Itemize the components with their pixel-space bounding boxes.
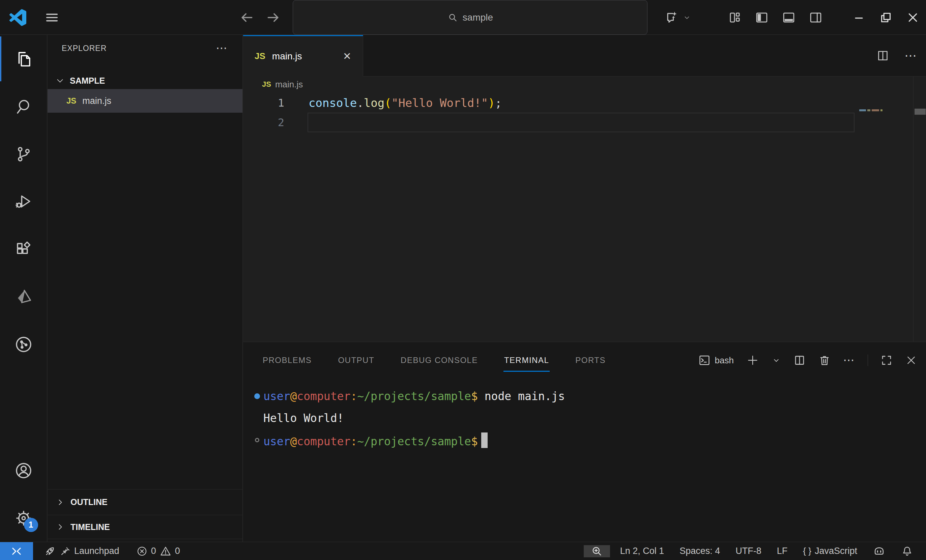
- close-panel-icon[interactable]: [905, 354, 917, 366]
- explorer-more-icon[interactable]: ⋯: [216, 46, 228, 51]
- terminal[interactable]: user@computer:~/projects/sample$ node ma…: [243, 378, 926, 451]
- problems-status[interactable]: 0 0: [131, 545, 186, 557]
- breadcrumb[interactable]: JS main.js: [243, 76, 926, 92]
- close-tab-icon[interactable]: ✕: [343, 50, 351, 62]
- minimap[interactable]: [859, 109, 882, 111]
- error-icon: [136, 545, 148, 557]
- warning-count: 0: [175, 546, 180, 556]
- explorer-title: EXPLORER: [62, 44, 107, 53]
- chevron-right-icon: [56, 498, 65, 507]
- forward-arrow-icon[interactable]: [262, 0, 284, 35]
- folder-name: SAMPLE: [70, 76, 105, 86]
- terminal-dropdown-icon[interactable]: [772, 356, 781, 365]
- menu-icon[interactable]: [41, 0, 63, 35]
- command-center-search[interactable]: sample: [293, 0, 648, 35]
- status-bar: Launchpad 0 0 Ln 2, Col 1 Spaces: 4 UTF-…: [0, 542, 926, 560]
- bell-icon: [901, 545, 913, 557]
- command-decoration-none: [253, 415, 261, 421]
- js-file-icon: JS: [254, 51, 265, 61]
- shell-selector[interactable]: bash: [698, 354, 734, 367]
- copilot-chat-icon: [664, 10, 679, 25]
- new-terminal-icon[interactable]: [746, 354, 760, 367]
- code-area[interactable]: 1 console.log("Hello World!"); 2: [243, 92, 926, 132]
- restore-window-icon[interactable]: [876, 5, 896, 30]
- search-value: sample: [463, 12, 493, 23]
- vscode-logo-icon: [9, 0, 26, 35]
- eol-sequence[interactable]: LF: [772, 546, 793, 556]
- breadcrumb-label: main.js: [275, 79, 303, 90]
- tab-debug-console[interactable]: DEBUG CONSOLE: [400, 351, 478, 370]
- timeline-section[interactable]: TIMELINE: [48, 515, 242, 539]
- toggle-secondary-sidebar-icon[interactable]: [806, 5, 826, 30]
- code-text: console.log("Hello World!");: [309, 96, 502, 110]
- js-file-icon: JS: [262, 80, 271, 89]
- rocket-icon: [44, 545, 56, 557]
- split-editor-icon[interactable]: [876, 49, 890, 62]
- folder-section-sample[interactable]: SAMPLE: [48, 72, 242, 89]
- minimize-icon[interactable]: [849, 5, 869, 30]
- warning-icon: [159, 545, 172, 557]
- search-view-icon[interactable]: [0, 83, 47, 130]
- indentation[interactable]: Spaces: 4: [674, 546, 725, 556]
- timeline-label: TIMELINE: [71, 522, 110, 532]
- file-name: main.js: [82, 96, 111, 106]
- settings-gear-icon[interactable]: 1: [0, 494, 47, 542]
- pyramid-extension-icon[interactable]: [0, 273, 47, 321]
- split-terminal-icon[interactable]: [793, 354, 806, 367]
- settings-badge: 1: [24, 518, 38, 532]
- zoom-indicator[interactable]: [584, 545, 610, 557]
- editor-more-icon[interactable]: ⋯: [905, 53, 918, 58]
- shell-label: bash: [715, 355, 734, 366]
- launchpad-label: Launchpad: [74, 546, 120, 556]
- tab-output[interactable]: OUTPUT: [337, 351, 375, 370]
- language-mode[interactable]: { } JavaScript: [797, 546, 862, 556]
- chevron-down-icon: [682, 13, 691, 22]
- copilot-status[interactable]: [867, 545, 891, 558]
- account-icon[interactable]: [0, 446, 47, 494]
- outline-section[interactable]: OUTLINE: [48, 489, 242, 515]
- editor-group: JS main.js ✕ ⋯ JS main.js 1 console.log(…: [243, 35, 926, 341]
- notifications[interactable]: [896, 545, 918, 557]
- kill-terminal-icon[interactable]: [818, 354, 831, 367]
- copilot-chat-button[interactable]: [659, 0, 696, 35]
- command-decoration-pending[interactable]: [253, 438, 261, 442]
- scrollbar-slider[interactable]: [914, 109, 926, 115]
- encoding[interactable]: UTF-8: [730, 546, 767, 556]
- extensions-icon[interactable]: [0, 226, 47, 273]
- tab-problems[interactable]: PROBLEMS: [262, 351, 312, 370]
- cursor-position[interactable]: Ln 2, Col 1: [615, 546, 670, 556]
- node-graph-extension-icon[interactable]: [0, 321, 47, 368]
- editor-scrollbar[interactable]: [913, 77, 926, 341]
- customize-layout-icon[interactable]: [725, 5, 744, 30]
- tab-ports[interactable]: PORTS: [575, 351, 606, 370]
- title-bar: sample: [0, 0, 926, 35]
- explorer-sidebar: EXPLORER ⋯ SAMPLE JS main.js OUTLINE TIM…: [48, 35, 243, 542]
- command-decoration-success[interactable]: [253, 394, 261, 399]
- close-window-icon[interactable]: [903, 5, 923, 30]
- panel-more-icon[interactable]: ⋯: [843, 358, 855, 363]
- toggle-primary-sidebar-icon[interactable]: [752, 5, 772, 30]
- copilot-icon: [873, 545, 885, 558]
- line-number: 2: [243, 116, 284, 129]
- run-debug-icon[interactable]: [0, 178, 47, 226]
- back-arrow-icon[interactable]: [236, 0, 258, 35]
- tab-terminal[interactable]: TERMINAL: [504, 351, 550, 370]
- file-item-mainjs[interactable]: JS main.js: [48, 89, 242, 113]
- js-file-icon: JS: [67, 96, 76, 106]
- source-control-icon[interactable]: [0, 130, 47, 178]
- terminal-line: Hello World!: [263, 412, 343, 425]
- plug-icon: [59, 545, 71, 557]
- toggle-panel-icon[interactable]: [779, 5, 799, 30]
- terminal-line: user@computer:~/projects/sample$: [263, 433, 488, 448]
- launchpad-item[interactable]: Launchpad: [38, 545, 125, 557]
- code-line-1: 1 console.log("Hello World!");: [243, 93, 926, 113]
- chevron-down-icon: [55, 76, 65, 86]
- terminal-icon: [698, 354, 711, 367]
- search-icon: [447, 12, 458, 23]
- explorer-icon[interactable]: [0, 35, 47, 83]
- error-count: 0: [151, 546, 156, 556]
- outline-label: OUTLINE: [71, 497, 107, 507]
- tab-mainjs[interactable]: JS main.js ✕: [243, 35, 363, 76]
- maximize-panel-icon[interactable]: [880, 354, 893, 367]
- remote-indicator[interactable]: [0, 542, 33, 560]
